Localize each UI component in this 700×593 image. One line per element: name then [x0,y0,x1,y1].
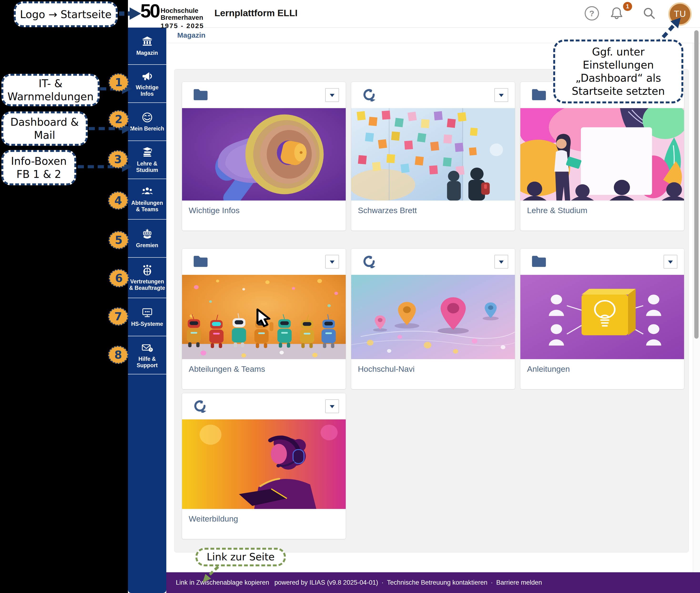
callout-it-warnmeldungen: IT- & Warnmeldungen [1,74,100,106]
annotation-number-6: 6 [109,269,129,287]
card-title[interactable]: Wichtige Infos [182,201,346,231]
actions-dropdown-button[interactable] [494,255,508,269]
card-title[interactable]: Abteilungen & Teams [182,359,346,389]
card-image-headphones-learner[interactable] [182,420,346,509]
chevron-down-icon [330,94,334,97]
card-weiterbildung[interactable]: Weiterbildung [182,393,346,539]
card-title[interactable]: Schwarzes Brett [351,201,515,231]
annotation-number-4: 4 [108,192,128,209]
main-sidebar: Magazin Wichtige Infos Mein Bereich Lehr… [128,27,166,593]
sidebar-item-vertretungen-beauftragte[interactable]: Vertretungen & Beauftragte [128,258,166,298]
svg-text:?: ? [150,348,151,352]
link-icon [193,399,208,413]
actions-dropdown-button[interactable] [325,255,339,269]
card-header [351,249,515,275]
books-icon [141,146,153,159]
card-header [182,249,346,275]
card-hochschul-navi[interactable]: Hochschul-Navi [351,248,515,389]
notifications-bell-icon[interactable] [610,6,624,20]
card-image-map-pins[interactable] [351,275,515,359]
actions-dropdown-button[interactable] [325,399,339,413]
card-title[interactable]: Anleitungen [520,359,684,389]
mail-help-icon: ? [141,342,153,354]
chevron-down-icon [499,94,504,97]
sidebar-item-magazin[interactable]: Magazin [128,27,166,65]
copy-permalink-link[interactable]: Link in Zwischenablage kopieren [176,579,269,586]
platform-title: Lernplattform ELLI [214,8,298,18]
card-image-presentation[interactable] [520,108,684,201]
logo-years: 1975 - 2025 [160,23,204,29]
card-image-megaphone[interactable] [182,108,346,201]
monitor-icon [141,307,153,319]
annotation-number-3: 3 [108,150,128,168]
sidebar-item-hs-systeme[interactable]: HS-Systeme [128,298,166,336]
chevron-down-icon [330,405,334,408]
actions-dropdown-button[interactable] [494,88,508,102]
scrollbar-thumb[interactable] [694,30,699,339]
annotation-number-5: 5 [109,231,128,249]
card-title[interactable]: Lehre & Studium [520,201,684,231]
actions-dropdown-button[interactable] [664,255,677,269]
bank-icon [141,36,153,48]
megaphone-icon [141,70,153,82]
support-contact-link[interactable]: Technische Betreuung kontaktieren [387,579,487,586]
footer-bar: Link in Zwischenablage kopieren powered … [166,572,700,593]
callout-dashboard-startseite: Ggf. unter Einstellungen „Dashboard“ als… [553,40,683,103]
annotation-number-8: 8 [108,346,128,364]
callout-logo-startseite: Logo → Startseite [14,1,118,27]
callout-dashboard-mail: Dashboard & Mail [1,112,88,146]
report-barrier-link[interactable]: Barriere melden [496,579,542,586]
link-icon [362,88,377,102]
sidebar-item-mein-bereich[interactable]: Mein Bereich [128,103,166,141]
notification-badge: 1 [623,2,632,11]
sidebar-item-lehre-studium[interactable]: Lehre & Studium [128,141,166,179]
annotation-number-7: 7 [108,308,128,325]
card-abteilungen-teams[interactable]: Abteilungen & Teams [182,248,346,389]
folder-icon [193,254,208,269]
sidebar-item-abteilungen-teams[interactable]: Abteilungen & Teams [128,179,166,220]
card-lehre-studium[interactable]: Lehre & Studium [520,82,684,231]
top-bar: 50 Hochschule Bremerhaven 1975 - 2025 Le… [128,0,700,28]
folder-icon [531,254,547,269]
university-logo[interactable]: 50 Hochschule Bremerhaven 1975 - 2025 [140,2,204,29]
annotation-number-1: 1 [109,73,128,91]
smiley-icon [141,111,153,124]
card-anleitungen[interactable]: Anleitungen [520,248,684,389]
card-title[interactable]: Weiterbildung [182,509,346,539]
sidebar-item-wichtige-infos[interactable]: Wichtige Infos [128,65,166,103]
powered-by-text: powered by ILIAS (v9.8 2025-04-01) [274,579,378,586]
card-image-sticky-notes[interactable] [351,108,515,201]
card-title[interactable]: Hochschul-Navi [351,359,515,389]
logo-50: 50 [140,2,159,20]
card-header [182,82,346,108]
chevron-down-icon [499,261,504,264]
folder-icon [531,88,547,102]
card-image-robots[interactable] [182,275,346,359]
link-icon [362,254,377,269]
folder-icon [193,88,208,102]
avatar[interactable]: TU [668,2,692,26]
chevron-down-icon [330,261,334,264]
card-image-idea-cube[interactable] [520,275,684,359]
card-schwarzes-brett[interactable]: Schwarzes Brett [351,82,515,231]
committee-icon [141,228,153,240]
help-icon[interactable]: ? [585,6,599,21]
globe-people-icon [141,264,153,276]
logo-text: Hochschule Bremerhaven 1975 - 2025 [160,7,204,29]
chevron-down-icon [668,261,673,264]
search-icon[interactable] [642,6,656,20]
card-wichtige-infos[interactable]: Wichtige Infos [182,82,346,231]
annotation-number-2: 2 [109,110,128,128]
people-icon [141,186,153,198]
callout-info-boxen: Info-Boxen FB 1 & 2 [1,150,76,185]
sidebar-item-gremien[interactable]: Gremien [128,220,166,258]
card-header [520,249,684,275]
card-header [182,393,346,420]
actions-dropdown-button[interactable] [325,88,339,102]
card-header [351,82,515,108]
callout-link-zur-seite: Link zur Seite [195,548,286,566]
breadcrumb[interactable]: Magazin [177,31,206,39]
sidebar-item-hilfe-support[interactable]: ? Hilfe & Support [128,336,166,374]
